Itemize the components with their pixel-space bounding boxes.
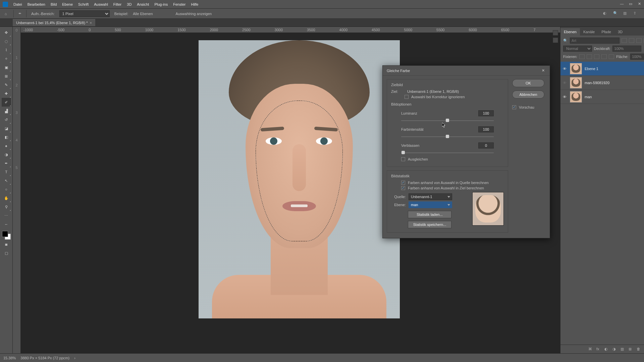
menu-item[interactable]: Auswahl: [94, 2, 108, 6]
workspace-icon[interactable]: ▥: [623, 11, 629, 16]
brush-tool-icon[interactable]: ✐: [2, 98, 11, 107]
blur-tool-icon[interactable]: ♠: [2, 141, 11, 150]
close-tab-icon[interactable]: ×: [90, 21, 92, 25]
menu-item[interactable]: Bearbeiten: [28, 2, 45, 6]
heal-tool-icon[interactable]: ✚: [2, 89, 11, 98]
tab-3d[interactable]: 3D: [614, 28, 626, 36]
luminance-slider[interactable]: [401, 118, 494, 123]
cancel-button[interactable]: Abbrechen: [512, 90, 544, 99]
dialog-titlebar[interactable]: Gleiche Farbe ✕: [383, 66, 550, 76]
zoom-tool-icon[interactable]: ⚲: [2, 202, 11, 211]
fade-slider[interactable]: [401, 150, 494, 155]
fade-input[interactable]: [478, 142, 494, 148]
menu-item[interactable]: Schrift: [78, 2, 89, 6]
marquee-tool-icon[interactable]: ◌: [2, 37, 11, 46]
ignore-selection-checkbox[interactable]: [405, 95, 409, 99]
neutralize-checkbox[interactable]: [401, 157, 405, 161]
eyedropper-tool-icon[interactable]: ✎: [2, 80, 11, 89]
dock-icon[interactable]: [553, 30, 558, 36]
eraser-tool-icon[interactable]: ◪: [2, 124, 11, 133]
search-icon[interactable]: 🔍: [613, 11, 619, 16]
close-icon[interactable]: ✕: [637, 1, 642, 6]
color-swatch[interactable]: [2, 231, 11, 240]
doc-info[interactable]: 3880 Px × 5184 Px (72 ppcm): [20, 356, 69, 360]
cloud-icon[interactable]: ◐: [603, 11, 608, 16]
home-icon[interactable]: ⌂: [3, 11, 9, 17]
close-dialog-icon[interactable]: ✕: [540, 68, 546, 73]
dock-icon[interactable]: [553, 38, 558, 43]
document-tab[interactable]: Unbenannt-1 bei 15,4% (Ebene 1, RGB/8) *…: [13, 19, 95, 26]
shape-tool-icon[interactable]: ○: [2, 185, 11, 194]
menu-item[interactable]: Bild: [51, 2, 57, 6]
lock-icons[interactable]: [579, 54, 614, 59]
chevron-right-icon[interactable]: ›: [74, 356, 75, 360]
intensity-input[interactable]: [478, 126, 494, 132]
adjustment-icon[interactable]: ◑: [612, 347, 617, 352]
frame-tool-icon[interactable]: ⊞: [2, 72, 11, 80]
hand-tool-icon[interactable]: ✋: [2, 194, 11, 202]
source-select[interactable]: Unbenannt-1: [409, 193, 452, 200]
stamp-tool-icon[interactable]: ▟: [2, 107, 11, 115]
more-tools-icon[interactable]: ⋯: [2, 211, 11, 220]
layer-search-input[interactable]: [570, 38, 620, 44]
link-icon[interactable]: ⌘: [588, 347, 593, 352]
tab-channels[interactable]: Kanäle: [580, 28, 598, 36]
layer-row[interactable]: 👁 man: [560, 90, 644, 104]
move-tool-icon[interactable]: ✥: [2, 28, 11, 37]
type-tool-icon[interactable]: T: [2, 168, 11, 176]
screenmode-icon[interactable]: ▢: [2, 249, 11, 257]
use-target-selection-checkbox[interactable]: [401, 186, 405, 190]
preview-checkbox[interactable]: [512, 105, 516, 109]
menu-item[interactable]: Hilfe: [191, 2, 198, 6]
group-icon[interactable]: ▥: [621, 347, 625, 352]
fill-input[interactable]: [630, 54, 644, 60]
path-tool-icon[interactable]: ↖: [2, 176, 11, 185]
gradient-tool-icon[interactable]: ◧: [2, 133, 11, 141]
menu-item[interactable]: Datei: [13, 2, 22, 6]
minimize-icon[interactable]: —: [619, 1, 625, 6]
menu-item[interactable]: Ebene: [62, 2, 73, 6]
new-layer-icon[interactable]: ⊞: [629, 347, 633, 352]
menu-item[interactable]: Filter: [113, 2, 121, 6]
quickmask-icon[interactable]: ◙: [2, 240, 11, 249]
layer-select[interactable]: man: [409, 201, 452, 208]
visibility-icon[interactable]: 👁: [562, 81, 567, 85]
eyedropper-icon[interactable]: ✒: [18, 11, 21, 16]
menu-item[interactable]: Ansicht: [137, 2, 149, 6]
search-icon[interactable]: 🔍: [563, 39, 568, 43]
ruler-tick: 3500: [307, 28, 315, 32]
pen-tool-icon[interactable]: ✒: [2, 159, 11, 168]
maximize-icon[interactable]: ▭: [628, 1, 633, 6]
menu-item[interactable]: Plug-ins: [154, 2, 168, 6]
crop-tool-icon[interactable]: ▣: [2, 63, 11, 72]
save-stats-button[interactable]: Statistik speichern...: [408, 221, 451, 228]
layer-row[interactable]: 👁 man-59081920: [560, 76, 644, 90]
sample-size-select[interactable]: 1 Pixel: [59, 10, 110, 17]
dodge-tool-icon[interactable]: ◑: [2, 150, 11, 159]
zoom-level[interactable]: 15.38%: [3, 356, 16, 360]
filter-icons[interactable]: [622, 38, 644, 43]
blend-mode-select[interactable]: Normal: [563, 46, 592, 52]
layer-row[interactable]: 👁 Ebene 1: [560, 62, 644, 76]
load-stats-button[interactable]: Statistik laden...: [408, 211, 451, 218]
visibility-icon[interactable]: 👁: [562, 67, 567, 71]
wand-tool-icon[interactable]: ✧: [2, 54, 11, 63]
opacity-input[interactable]: [612, 46, 641, 52]
history-brush-icon[interactable]: ↺: [2, 115, 11, 124]
visibility-icon[interactable]: 👁: [562, 95, 567, 99]
share-icon[interactable]: ⇪: [633, 11, 639, 16]
layer-name: man-59081920: [585, 81, 609, 85]
mask-icon[interactable]: ◐: [604, 347, 609, 352]
tab-paths[interactable]: Pfade: [598, 28, 614, 36]
luminance-input[interactable]: [478, 110, 494, 116]
lasso-tool-icon[interactable]: ⌇: [2, 46, 11, 54]
edit-toolbar-icon[interactable]: ↔: [2, 220, 11, 229]
tab-layers[interactable]: Ebenen: [560, 28, 580, 36]
trash-icon[interactable]: 🗑: [637, 347, 641, 352]
intensity-slider[interactable]: [401, 134, 494, 139]
menu-item[interactable]: Fenster: [173, 2, 185, 6]
menu-item[interactable]: 3D: [127, 2, 131, 6]
use-source-selection-checkbox[interactable]: [401, 181, 405, 185]
ok-button[interactable]: OK: [512, 79, 544, 87]
fx-icon[interactable]: fx: [596, 347, 601, 352]
